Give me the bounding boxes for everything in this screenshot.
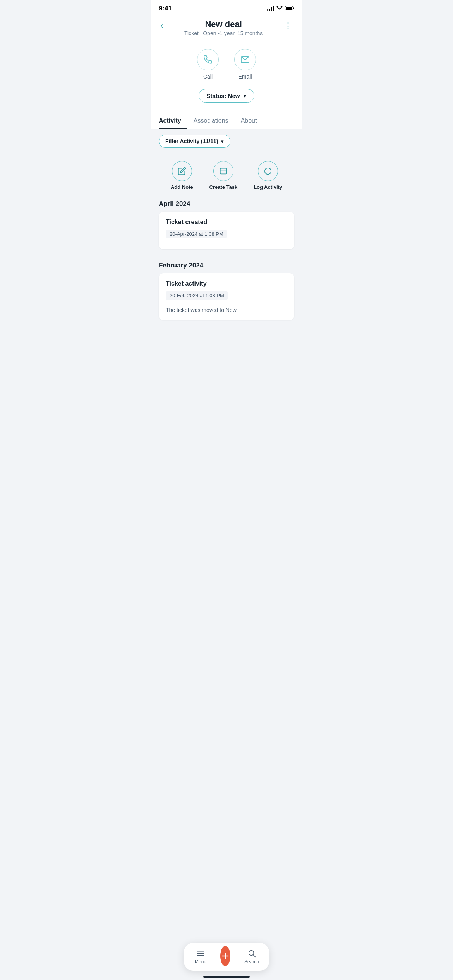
tab-about[interactable]: About <box>235 112 263 129</box>
email-label: Email <box>238 74 252 80</box>
tabs: Activity Associations About <box>151 112 302 129</box>
back-button[interactable]: ‹ <box>159 19 165 33</box>
log-activity-button[interactable]: Log Activity <box>254 161 282 190</box>
create-task-icon-circle <box>213 161 233 181</box>
page-subtitle: Ticket | Open -1 year, 15 months <box>165 30 282 36</box>
add-note-label: Add Note <box>171 184 193 190</box>
activity-timestamp: 20-Apr-2024 at 1:08 PM <box>166 230 227 238</box>
activity-title-2: Ticket activity <box>166 280 287 287</box>
month-header-april: April 2024 <box>159 194 294 212</box>
svg-rect-3 <box>220 168 227 174</box>
log-activity-icon-circle <box>258 161 278 181</box>
create-task-label: Create Task <box>209 184 238 190</box>
action-buttons: Call Email <box>151 43 302 87</box>
status-chevron-icon: ▾ <box>244 93 246 99</box>
create-task-button[interactable]: Create Task <box>209 161 238 190</box>
tab-associations[interactable]: Associations <box>187 112 235 129</box>
quick-actions: Add Note Create Task Log Activity <box>159 153 294 194</box>
email-icon-circle <box>234 49 256 70</box>
status-icons <box>267 5 294 12</box>
add-note-button[interactable]: Add Note <box>171 161 193 190</box>
phone-icon <box>203 55 213 64</box>
svg-rect-1 <box>286 7 292 10</box>
battery-icon <box>285 5 294 12</box>
call-icon-circle <box>197 49 219 70</box>
status-time: 9:41 <box>159 5 172 12</box>
activity-card-ticket-created: Ticket created 20-Apr-2024 at 1:08 PM <box>159 212 294 249</box>
call-label: Call <box>203 74 213 80</box>
filter-chevron-icon: ▾ <box>221 139 224 144</box>
call-button[interactable]: Call <box>197 49 219 80</box>
header-center: New deal Ticket | Open -1 year, 15 month… <box>165 19 282 36</box>
activity-section: Add Note Create Task Log Activity A <box>151 153 302 365</box>
filter-activity-button[interactable]: Filter Activity (11/11) ▾ <box>159 135 230 148</box>
email-icon <box>240 55 250 64</box>
log-activity-label: Log Activity <box>254 184 282 190</box>
filter-btn-text: Filter Activity (11/11) <box>165 138 218 144</box>
activity-description: The ticket was moved to New <box>166 307 287 313</box>
status-section: Status: New ▾ <box>151 87 302 112</box>
email-button[interactable]: Email <box>234 49 256 80</box>
activity-timestamp-2: 20-Feb-2024 at 1:08 PM <box>166 291 228 300</box>
status-badge-text: Status: New <box>207 93 240 99</box>
header: ‹ New deal Ticket | Open -1 year, 15 mon… <box>151 15 302 43</box>
status-dropdown[interactable]: Status: New ▾ <box>199 89 255 103</box>
signal-icon <box>267 6 274 11</box>
filter-bar: Filter Activity (11/11) ▾ <box>151 129 302 153</box>
plus-circle-icon <box>264 167 272 175</box>
more-options-button[interactable]: ⋮ <box>282 19 294 33</box>
task-icon <box>219 167 228 175</box>
add-note-icon-circle <box>172 161 192 181</box>
wifi-icon <box>276 5 283 12</box>
month-header-february: February 2024 <box>159 255 294 273</box>
activity-title: Ticket created <box>166 219 287 226</box>
tab-activity[interactable]: Activity <box>159 112 187 129</box>
activity-card-ticket-activity: Ticket activity 20-Feb-2024 at 1:08 PM T… <box>159 273 294 320</box>
page-title: New deal <box>165 19 282 29</box>
status-bar: 9:41 <box>151 0 302 15</box>
note-edit-icon <box>178 167 186 175</box>
